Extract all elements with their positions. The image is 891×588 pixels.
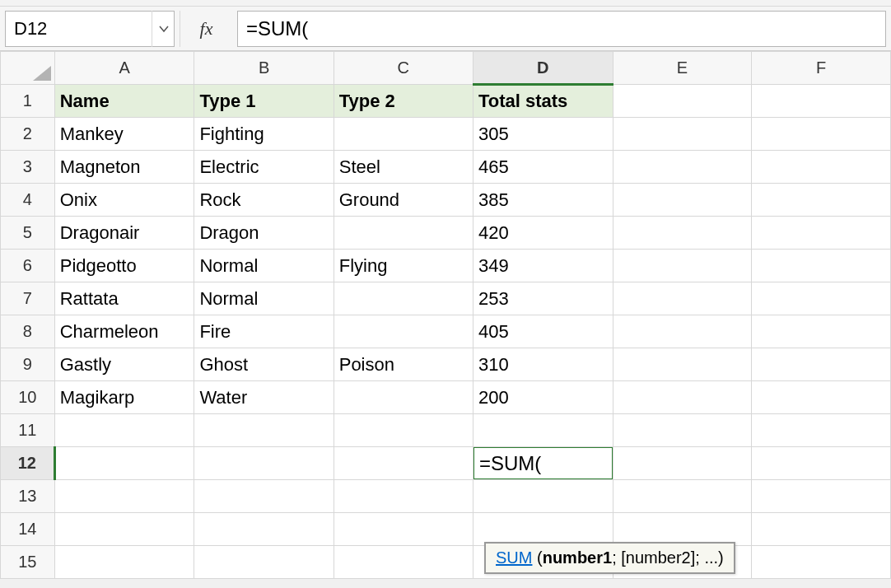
- cell-F5[interactable]: [752, 217, 891, 250]
- cell-B7[interactable]: Normal: [194, 282, 334, 315]
- cell-F13[interactable]: [752, 480, 891, 513]
- cell-F7[interactable]: [752, 282, 891, 315]
- cell-A1[interactable]: Name: [54, 85, 194, 118]
- cell-C12[interactable]: [334, 447, 473, 480]
- name-box[interactable]: D12: [5, 11, 175, 47]
- cell-A7[interactable]: Rattata: [54, 282, 194, 315]
- cell-A11[interactable]: [54, 414, 194, 447]
- row-header-15[interactable]: 15: [1, 546, 55, 579]
- cell-E3[interactable]: [613, 151, 752, 184]
- col-header-F[interactable]: F: [752, 52, 891, 85]
- cell-F6[interactable]: [752, 250, 891, 282]
- cell-B12[interactable]: [194, 447, 334, 480]
- row-header-11[interactable]: 11: [1, 414, 55, 447]
- cell-C14[interactable]: [334, 513, 473, 546]
- cell-E8[interactable]: [613, 315, 752, 348]
- cell-F3[interactable]: [752, 151, 891, 184]
- cell-F14[interactable]: [752, 513, 891, 546]
- cell-F4[interactable]: [752, 184, 891, 217]
- col-header-B[interactable]: B: [194, 52, 334, 85]
- row-header-10[interactable]: 10: [1, 381, 55, 414]
- cell-E14[interactable]: [613, 513, 752, 546]
- cell-B5[interactable]: Dragon: [194, 217, 334, 250]
- row-header-9[interactable]: 9: [1, 348, 55, 381]
- row-header-6[interactable]: 6: [1, 250, 55, 282]
- cell-C2[interactable]: [334, 118, 473, 151]
- cell-A4[interactable]: Onix: [54, 184, 194, 217]
- col-header-E[interactable]: E: [613, 52, 752, 85]
- tooltip-function-link[interactable]: SUM: [496, 548, 532, 567]
- cell-E7[interactable]: [613, 282, 752, 315]
- cell-D6[interactable]: 349: [473, 250, 613, 282]
- cell-F15[interactable]: [752, 546, 891, 579]
- cell-B4[interactable]: Rock: [194, 184, 334, 217]
- cell-F12[interactable]: [752, 447, 891, 480]
- row-header-8[interactable]: 8: [1, 315, 55, 348]
- cell-C7[interactable]: [334, 282, 473, 315]
- cell-F10[interactable]: [752, 381, 891, 414]
- cell-F9[interactable]: [752, 348, 891, 381]
- cell-E13[interactable]: [613, 480, 752, 513]
- cell-D2[interactable]: 305: [473, 118, 613, 151]
- col-header-A[interactable]: A: [54, 52, 194, 85]
- select-all-corner[interactable]: [1, 52, 55, 85]
- cell-A9[interactable]: Gastly: [54, 348, 194, 381]
- row-header-2[interactable]: 2: [1, 118, 55, 151]
- cell-C15[interactable]: [334, 546, 473, 579]
- cell-A10[interactable]: Magikarp: [54, 381, 194, 414]
- cell-D14[interactable]: [473, 513, 613, 546]
- cell-C11[interactable]: [334, 414, 473, 447]
- cell-A14[interactable]: [54, 513, 194, 546]
- cell-B10[interactable]: Water: [194, 381, 334, 414]
- cell-E12[interactable]: [613, 447, 752, 480]
- cell-C3[interactable]: Steel: [334, 151, 473, 184]
- cell-A12[interactable]: [54, 447, 194, 480]
- row-header-13[interactable]: 13: [1, 480, 55, 513]
- active-cell-editor[interactable]: =SUM(: [473, 447, 613, 480]
- cell-D11[interactable]: [473, 414, 613, 447]
- cell-D1[interactable]: Total stats: [473, 85, 613, 118]
- name-box-dropdown[interactable]: [152, 11, 175, 47]
- cell-E9[interactable]: [613, 348, 752, 381]
- cell-E6[interactable]: [613, 250, 752, 282]
- cell-B8[interactable]: Fire: [194, 315, 334, 348]
- cell-D8[interactable]: 405: [473, 315, 613, 348]
- cell-B6[interactable]: Normal: [194, 250, 334, 282]
- row-header-5[interactable]: 5: [1, 217, 55, 250]
- cell-B1[interactable]: Type 1: [194, 85, 334, 118]
- cell-A13[interactable]: [54, 480, 194, 513]
- formula-input[interactable]: =SUM(: [237, 11, 886, 47]
- cell-F1[interactable]: [752, 85, 891, 118]
- cell-F2[interactable]: [752, 118, 891, 151]
- cell-C4[interactable]: Ground: [334, 184, 473, 217]
- cell-B2[interactable]: Fighting: [194, 118, 334, 151]
- cell-B13[interactable]: [194, 480, 334, 513]
- cell-B14[interactable]: [194, 513, 334, 546]
- cell-C10[interactable]: [334, 381, 473, 414]
- cell-D7[interactable]: 253: [473, 282, 613, 315]
- cell-E4[interactable]: [613, 184, 752, 217]
- cell-C1[interactable]: Type 2: [334, 85, 473, 118]
- cell-A2[interactable]: Mankey: [54, 118, 194, 151]
- cell-D13[interactable]: [473, 480, 613, 513]
- cell-D4[interactable]: 385: [473, 184, 613, 217]
- row-header-4[interactable]: 4: [1, 184, 55, 217]
- row-header-14[interactable]: 14: [1, 513, 55, 546]
- cell-A5[interactable]: Dragonair: [54, 217, 194, 250]
- cell-D12[interactable]: =SUM(: [473, 447, 613, 480]
- row-header-12[interactable]: 12: [1, 447, 55, 480]
- cell-C13[interactable]: [334, 480, 473, 513]
- cell-D3[interactable]: 465: [473, 151, 613, 184]
- cell-D5[interactable]: 420: [473, 217, 613, 250]
- cell-C8[interactable]: [334, 315, 473, 348]
- cell-C6[interactable]: Flying: [334, 250, 473, 282]
- cell-D9[interactable]: 310: [473, 348, 613, 381]
- row-header-3[interactable]: 3: [1, 151, 55, 184]
- cell-D10[interactable]: 200: [473, 381, 613, 414]
- cell-A8[interactable]: Charmeleon: [54, 315, 194, 348]
- cell-E10[interactable]: [613, 381, 752, 414]
- cell-A15[interactable]: [54, 546, 194, 579]
- cell-C9[interactable]: Poison: [334, 348, 473, 381]
- cell-F8[interactable]: [752, 315, 891, 348]
- cell-F11[interactable]: [752, 414, 891, 447]
